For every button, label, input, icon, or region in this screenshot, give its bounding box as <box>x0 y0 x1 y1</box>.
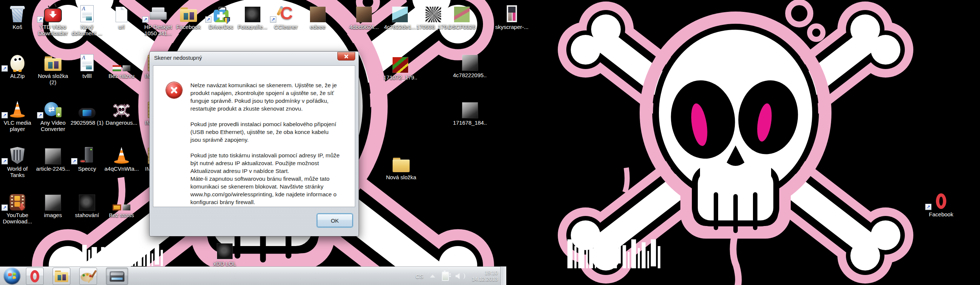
icon-label: 4c7822de1... <box>383 24 417 30</box>
desktop-icon-skyscraper[interactable]: skyscraper-... <box>495 4 529 30</box>
desktop-icon-4dbd9624[interactable]: 4dbd9624... <box>347 4 381 30</box>
icon-label: Bez sssss <box>105 212 138 218</box>
desktop-icon-bez-sssss[interactable]: Bez sssss <box>105 192 138 218</box>
icon-label: 171072_179... <box>383 74 417 80</box>
shortcut-arrow-icon: ↗ <box>270 17 276 22</box>
glyph <box>278 5 294 22</box>
desktop-icon-dangerous[interactable]: Dangerous... <box>105 99 138 126</box>
desktop-icon-bez-n-zvu[interactable]: Bez názvu <box>105 53 138 79</box>
glyph <box>79 195 95 210</box>
icon-label: a4qCVnWta... <box>105 165 138 172</box>
desktop-icon-dscf0326[interactable]: DSCF0326 <box>445 4 479 30</box>
icon-label: CCleaner <box>269 24 303 30</box>
desktop-icon-edeee[interactable]: edeee <box>301 4 335 30</box>
icon-label: images <box>36 212 70 218</box>
shortcut-arrow-icon: ↗ <box>143 17 148 22</box>
icon-label: 29025958 (1) <box>70 120 104 126</box>
folder-media-icon <box>36 53 70 71</box>
two-thumbs2-icon <box>105 192 138 210</box>
desktop-icon-nov-slo-ka-2[interactable]: Nová složka (2) <box>36 53 70 85</box>
glyph <box>45 101 62 118</box>
glyph <box>150 7 167 22</box>
icon-label: Facebook <box>924 211 958 218</box>
photo-blue-icon <box>383 4 417 22</box>
glyph <box>214 10 229 22</box>
photo-color-icon <box>347 4 381 22</box>
desktop-icon-hp-deskjet-1050-j41[interactable]: ↗HP Deskjet 1050 J41... <box>141 4 175 36</box>
alzip-icon: ↗ <box>0 53 35 71</box>
vlc-icon <box>105 146 138 164</box>
desktop-icon-images[interactable]: images <box>36 192 70 218</box>
desktop-icon-speccy[interactable]: ↗Speccy <box>70 146 104 172</box>
desktop-icon-ko[interactable]: Koš <box>0 4 35 30</box>
desktop-icon-nov-slo-ka[interactable]: Nová složka <box>384 154 418 180</box>
speccy-icon: ↗ <box>70 146 104 164</box>
icon-label: Speccy <box>70 165 104 172</box>
ok-button[interactable]: OK <box>317 214 353 227</box>
desktop-icon-world-of-tanks[interactable]: ↗World of Tanks <box>0 146 35 178</box>
desktop-icon-url[interactable]: url <box>105 4 138 30</box>
desktop-icon-fotografie[interactable]: Fotografie... <box>235 4 270 30</box>
desktop-icon-facebook[interactable]: ↗Facebook <box>924 191 958 218</box>
glyph <box>45 195 61 210</box>
desktop-icon-a4qcvnwta[interactable]: a4qCVnWta... <box>105 146 138 172</box>
dialog-paragraph: Máte-li zapnutou softwarovou bránu firew… <box>190 175 340 206</box>
desktop-icon-nov-dokument[interactable]: Nový dokument ... <box>70 4 104 36</box>
desktop-icon-29025958-1[interactable]: 29025958 (1) <box>70 99 104 126</box>
driverdoc-icon: ↗ <box>204 4 238 22</box>
desktop-icon-ytd-video-downloader[interactable]: ↗YTD Video Downloader <box>36 4 70 36</box>
taskbar-button-paint[interactable] <box>79 267 97 285</box>
desktop-icons-layer: Koš↗YTD Video DownloaderNový dokument ..… <box>0 0 980 285</box>
page-icon <box>70 4 104 22</box>
taskbar-button-scanner[interactable] <box>106 267 128 285</box>
glyph <box>44 8 62 22</box>
start-button[interactable] <box>4 267 21 284</box>
language-indicator[interactable]: CS <box>415 273 423 279</box>
poster-icon <box>495 4 529 22</box>
glyph <box>356 7 372 22</box>
desktop-icon-vlc-media-player[interactable]: ↗VLC media player <box>0 99 35 132</box>
trash-icon <box>0 4 35 22</box>
speaker-icon[interactable] <box>455 273 460 279</box>
dialog-content-panel: Nelze navázat komunikaci se skenerem. Uj… <box>153 65 355 207</box>
desktop-icon-tvllll[interactable]: tvllll <box>70 53 104 79</box>
close-icon[interactable] <box>337 52 355 61</box>
icon-label: 4dbd9624... <box>347 24 381 30</box>
dialog-title: Skener nedostupný <box>154 54 202 61</box>
photo-dark-icon <box>70 192 104 210</box>
shortcut-arrow-icon: ↗ <box>72 159 77 164</box>
taskbar-button-explorer[interactable] <box>52 267 70 285</box>
desktop-icon-171072-179[interactable]: 171072_179... <box>383 54 417 80</box>
icon-label: Koš <box>0 24 35 30</box>
tray-clock[interactable]: 19:10 14.12.2013 <box>472 270 498 282</box>
page-icon <box>70 53 104 71</box>
battery-icon[interactable] <box>442 272 449 281</box>
desktop-icon-ccleaner[interactable]: ↗CCleaner <box>269 4 303 30</box>
shortcut-arrow-icon: ↗ <box>37 112 43 118</box>
desktop-icon-youtube-download[interactable]: ↗YouTube Download... <box>0 192 35 224</box>
glyph <box>45 149 61 164</box>
vlc-icon: ↗ <box>0 99 35 118</box>
desktop-icon-facebook[interactable]: Facebook <box>172 4 205 30</box>
tray-time: 19:10 <box>472 270 498 276</box>
desktop-icon-4c78222095[interactable]: 4c78222095... <box>453 52 487 78</box>
glyph <box>80 5 94 22</box>
icon-label: 4c78222095... <box>453 72 487 78</box>
icon-label: Bez názvu <box>105 73 138 79</box>
glyph <box>245 7 260 22</box>
icon-label: Nová složka (2) <box>36 73 70 85</box>
desktop-icon-article-2245[interactable]: article-2245... <box>36 146 70 172</box>
show-desktop-button[interactable] <box>500 266 506 285</box>
glyph <box>507 5 517 22</box>
desktop-icon-stahov-n[interactable]: stahování <box>70 192 104 218</box>
desktop-icon-any-video-converter[interactable]: ↗Any Video Converter <box>36 99 70 132</box>
glyph <box>392 7 408 22</box>
photo-dark-icon <box>235 4 270 22</box>
taskbar-button-opera-tb[interactable] <box>26 267 44 285</box>
desktop-icon-171678-184[interactable]: 171678_184... <box>453 99 487 126</box>
show-hidden-icons-icon[interactable] <box>430 275 435 278</box>
desktop-icon-4c7822de1[interactable]: 4c7822de1... <box>383 4 417 30</box>
desktop-icon-alzip[interactable]: ↗ALZip <box>0 53 35 79</box>
desktop-icon-driverdoc[interactable]: ↗DriverDoc <box>204 4 238 30</box>
desktop-icon-xdd-lol[interactable]: xDD LOL <box>208 240 242 267</box>
